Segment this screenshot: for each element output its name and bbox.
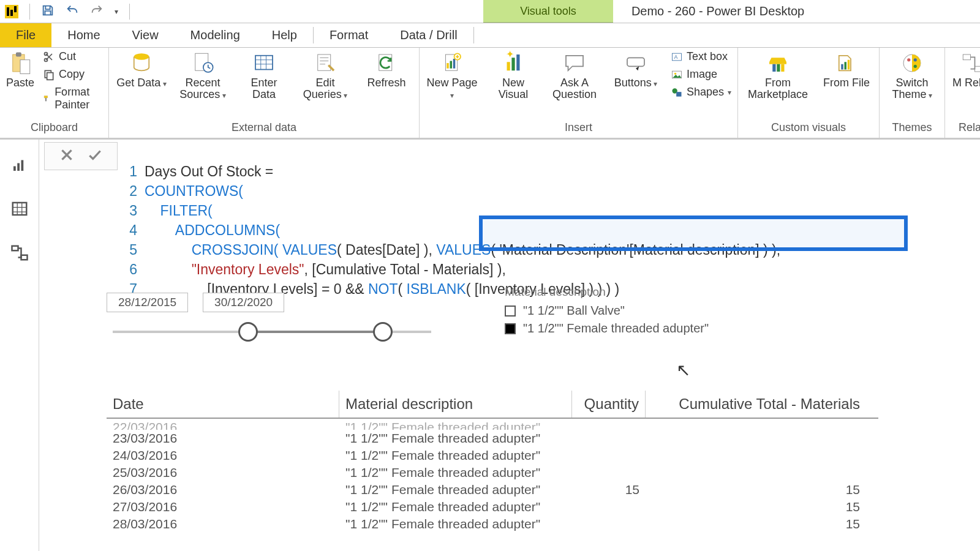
material-slicer[interactable]: Material description "1 1/2"" Ball Valve… — [505, 285, 709, 339]
model-view-icon[interactable] — [10, 244, 29, 264]
slider-fill — [246, 331, 382, 333]
tab-file[interactable]: File — [0, 23, 51, 47]
group-label-custom-visuals: Custom visuals — [744, 120, 873, 137]
shapes-button[interactable]: Shapes ▾ — [671, 86, 731, 99]
marketplace-icon — [765, 50, 791, 76]
copy-button[interactable]: Copy — [43, 68, 102, 81]
switch-theme-button[interactable]: Switch Theme — [886, 50, 938, 100]
table-cell: "1 1/2"" Female threaded adupter" — [339, 481, 572, 498]
tab-help[interactable]: Help — [256, 23, 313, 47]
copy-icon — [43, 69, 55, 81]
date-to-input[interactable]: 30/12/2020 — [203, 293, 284, 312]
svg-rect-14 — [447, 63, 449, 69]
svg-rect-46 — [21, 255, 27, 260]
col-material[interactable]: Material description — [339, 391, 572, 418]
tab-modeling[interactable]: Modeling — [175, 23, 256, 47]
group-label-external-data: External data — [115, 120, 413, 137]
recent-sources-button[interactable]: Recent Sources — [176, 50, 229, 100]
tab-format[interactable]: Format — [314, 23, 384, 47]
get-data-button[interactable]: Get Data — [115, 50, 168, 89]
table-row[interactable]: 22/03/2016"1 1/2"" Female threaded adupt… — [107, 419, 878, 430]
tab-view[interactable]: View — [116, 23, 175, 47]
cut-button[interactable]: Cut — [43, 50, 102, 63]
formula-editor[interactable]: 1Days Out Of Stock = 2COUNTROWS( 3 FILTE… — [118, 142, 980, 299]
svg-rect-19 — [511, 58, 514, 70]
svg-point-37 — [914, 58, 917, 61]
ask-question-button[interactable]: Ask A Question — [548, 50, 601, 100]
report-view-icon[interactable] — [10, 156, 29, 176]
tab-data-drill[interactable]: Data / Drill — [384, 23, 473, 47]
formula-cancel-icon[interactable] — [59, 147, 75, 165]
edit-queries-label: Edit Queries — [299, 77, 352, 100]
get-data-icon — [129, 50, 154, 76]
text-box-button[interactable]: AText box — [671, 50, 731, 63]
data-view-icon[interactable] — [10, 200, 29, 220]
text-box-label: Text box — [687, 50, 728, 63]
paste-button[interactable]: Paste — [6, 50, 34, 89]
table-row[interactable]: 26/03/2016"1 1/2"" Female threaded adupt… — [107, 481, 878, 498]
col-cumulative[interactable]: Cumulative Total - Materials — [646, 391, 866, 418]
checkbox-unchecked-icon[interactable] — [505, 305, 516, 317]
relationships-icon — [960, 50, 980, 76]
save-icon[interactable] — [41, 4, 55, 20]
svg-rect-42 — [17, 163, 20, 171]
table-cell: "1 1/2"" Female threaded adupter" — [339, 464, 572, 481]
table-cell: 26/03/2016 — [107, 481, 339, 498]
switch-theme-icon — [899, 50, 925, 76]
slider-thumb-to[interactable] — [373, 322, 393, 342]
checkbox-checked-icon[interactable] — [505, 323, 516, 334]
formula-commit-icon[interactable] — [87, 147, 103, 165]
mouse-cursor-icon: ↖ — [676, 360, 690, 380]
from-marketplace-button[interactable]: From Marketplace — [744, 50, 812, 100]
col-date[interactable]: Date — [107, 391, 339, 418]
image-button[interactable]: Image — [671, 68, 731, 81]
svg-rect-40 — [975, 66, 980, 72]
table-row[interactable]: 24/03/2016"1 1/2"" Female threaded adupt… — [107, 447, 878, 464]
data-table[interactable]: Date Material description Quantity Cumul… — [107, 391, 878, 533]
qat-dropdown-icon[interactable]: ▾ — [115, 7, 118, 16]
slider-thumb-from[interactable] — [238, 322, 258, 342]
redo-icon[interactable] — [90, 4, 104, 20]
group-clipboard: Paste Cut Copy Format Painter Clipboard — [0, 48, 109, 138]
date-from-input[interactable]: 28/12/2015 — [107, 293, 188, 312]
slicer-item-ball-valve[interactable]: "1 1/2"" Ball Valve" — [505, 304, 709, 318]
buttons-button[interactable]: Buttons — [609, 50, 662, 89]
from-file-button[interactable]: From File — [820, 50, 873, 89]
table-row[interactable]: 27/03/2016"1 1/2"" Female threaded adupt… — [107, 498, 878, 515]
table-cell — [646, 447, 866, 464]
new-visual-button[interactable]: ✦New Visual — [487, 50, 540, 100]
svg-rect-45 — [12, 246, 18, 251]
edit-queries-button[interactable]: Edit Queries — [299, 50, 352, 100]
separator — [129, 4, 130, 20]
svg-rect-39 — [963, 54, 970, 60]
refresh-button[interactable]: Refresh — [360, 50, 413, 89]
enter-data-button[interactable]: Enter Data — [238, 50, 290, 100]
svg-rect-44 — [12, 203, 26, 215]
group-label-clipboard: Clipboard — [6, 120, 102, 137]
manage-relationships-button[interactable]: M Relati — [951, 50, 980, 89]
table-row[interactable]: 23/03/2016"1 1/2"" Female threaded adupt… — [107, 430, 878, 447]
date-slicer[interactable]: 28/12/2015 30/12/2020 — [107, 293, 450, 333]
refresh-icon — [374, 50, 399, 76]
undo-icon[interactable] — [66, 4, 79, 20]
new-page-button[interactable]: New Page — [426, 50, 478, 100]
table-cell — [572, 464, 646, 481]
image-icon — [671, 69, 683, 81]
tab-home[interactable]: Home — [51, 23, 116, 47]
separator — [29, 4, 30, 20]
table-row[interactable]: 25/03/2016"1 1/2"" Female threaded adupt… — [107, 464, 878, 481]
format-painter-button[interactable]: Format Painter — [43, 86, 102, 111]
material-slicer-title: Material description — [505, 285, 709, 299]
slider-track[interactable] — [113, 331, 431, 333]
ribbon-tabs: File Home View Modeling Help Format Data… — [0, 23, 980, 48]
from-marketplace-label: From Marketplace — [744, 77, 812, 100]
group-themes: Switch Theme Themes — [880, 48, 945, 138]
group-external-data: Get Data Recent Sources Enter Data Edit … — [109, 48, 420, 138]
table-row[interactable]: 28/03/2016"1 1/2"" Female threaded adupt… — [107, 515, 878, 533]
report-canvas[interactable]: 1Days Out Of Stock = 2COUNTROWS( 3 FILTE… — [39, 140, 980, 551]
svg-rect-28 — [676, 92, 681, 97]
slicer-item-female-adapter[interactable]: "1 1/2"" Female threaded adupter" — [505, 321, 709, 335]
svg-point-7 — [134, 53, 149, 60]
col-quantity[interactable]: Quantity — [572, 391, 646, 418]
refresh-label: Refresh — [368, 77, 406, 89]
